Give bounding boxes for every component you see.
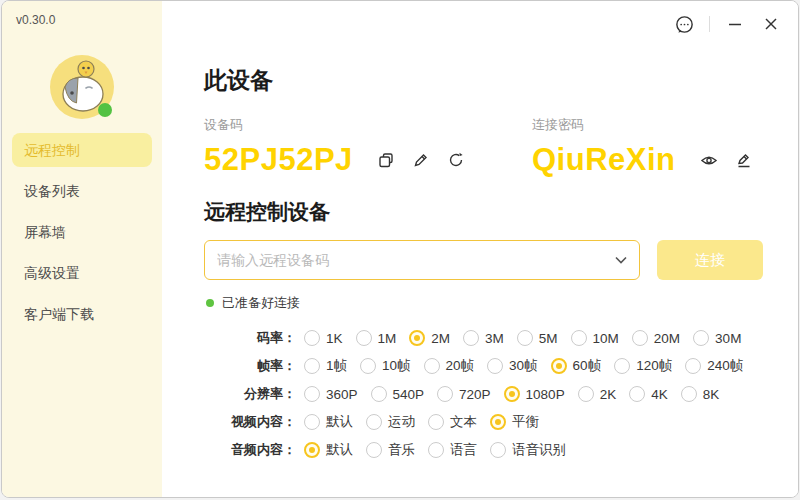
radio-option[interactable]: 60帧 [551, 357, 602, 375]
sidebar-item-2[interactable]: 屏幕墙 [12, 215, 152, 249]
device-code-block: 设备码 52PJ52PJ [204, 116, 532, 178]
radio-option[interactable]: 1K [304, 330, 343, 346]
eye-icon[interactable] [700, 151, 718, 169]
radio-selected-icon[interactable] [409, 330, 425, 346]
radio-option[interactable]: 1080P [504, 386, 565, 402]
connect-button[interactable]: 连接 [657, 240, 763, 280]
feedback-icon[interactable] [673, 13, 695, 35]
edit-icon[interactable] [412, 151, 430, 169]
radio-icon[interactable] [428, 414, 444, 430]
radio-option[interactable]: 2M [409, 330, 450, 346]
radio-icon[interactable] [685, 358, 701, 374]
avatar[interactable] [50, 55, 114, 119]
radio-icon[interactable] [614, 358, 630, 374]
radio-icon[interactable] [366, 414, 382, 430]
sidebar-item-3[interactable]: 高级设置 [12, 256, 152, 290]
radio-option[interactable]: 2K [578, 386, 617, 402]
radio-selected-icon[interactable] [304, 442, 320, 458]
radio-option-label: 音乐 [388, 441, 415, 459]
radio-option-label: 720P [459, 387, 491, 402]
radio-icon[interactable] [629, 386, 645, 402]
radio-icon[interactable] [371, 386, 387, 402]
radio-option[interactable]: 10M [571, 330, 619, 346]
radio-option[interactable]: 1M [356, 330, 397, 346]
close-button[interactable] [760, 13, 782, 35]
radio-icon[interactable] [356, 330, 372, 346]
refresh-icon[interactable] [447, 151, 465, 169]
radio-icon[interactable] [490, 442, 506, 458]
radio-icon[interactable] [304, 414, 320, 430]
radio-selected-icon[interactable] [490, 414, 506, 430]
radio-option[interactable]: 240帧 [685, 357, 743, 375]
radio-icon[interactable] [360, 358, 376, 374]
radio-option[interactable]: 4K [629, 386, 668, 402]
radio-icon[interactable] [517, 330, 533, 346]
radio-option[interactable]: 语音识别 [490, 441, 566, 459]
radio-icon[interactable] [424, 358, 440, 374]
radio-option[interactable]: 语言 [428, 441, 477, 459]
radio-option-label: 10帧 [382, 357, 411, 375]
radio-icon[interactable] [487, 358, 503, 374]
remote-control-title: 远程控制设备 [204, 198, 798, 226]
minimize-button[interactable] [724, 13, 746, 35]
radio-option-label: 60帧 [573, 357, 602, 375]
radio-option[interactable]: 音乐 [366, 441, 415, 459]
connection-status: 已准备好连接 [206, 294, 798, 312]
radio-option[interactable]: 360P [304, 386, 358, 402]
radio-option[interactable]: 20M [632, 330, 680, 346]
settings-row-label: 分辨率： [204, 385, 296, 403]
radio-option[interactable]: 3M [463, 330, 504, 346]
radio-option[interactable]: 平衡 [490, 413, 539, 431]
radio-selected-icon[interactable] [551, 358, 567, 374]
stream-settings: 码率：1K1M2M3M5M10M20M30M帧率：1帧10帧20帧30帧60帧1… [204, 324, 798, 464]
ready-status-dot [206, 299, 214, 307]
radio-option-label: 1M [378, 331, 397, 346]
sidebar-item-0[interactable]: 远程控制 [12, 133, 152, 167]
password-value: QiuReXin [532, 142, 676, 178]
radio-option[interactable]: 20帧 [424, 357, 475, 375]
remote-device-code-input[interactable] [204, 240, 640, 280]
radio-option[interactable]: 720P [437, 386, 491, 402]
radio-option[interactable]: 1帧 [304, 357, 347, 375]
settings-row-label: 码率： [204, 329, 296, 347]
radio-option[interactable]: 默认 [304, 413, 353, 431]
radio-option-label: 2K [600, 387, 617, 402]
sidebar-item-1[interactable]: 设备列表 [12, 174, 152, 208]
settings-row-1: 帧率：1帧10帧20帧30帧60帧120帧240帧 [204, 352, 798, 380]
radio-option[interactable]: 默认 [304, 441, 353, 459]
radio-option[interactable]: 文本 [428, 413, 477, 431]
radio-icon[interactable] [693, 330, 709, 346]
radio-selected-icon[interactable] [504, 386, 520, 402]
radio-icon[interactable] [571, 330, 587, 346]
radio-icon[interactable] [681, 386, 697, 402]
radio-icon[interactable] [366, 442, 382, 458]
sidebar: v0.30.0 远程控制设备列表屏幕墙高级设置客户端下载 [2, 1, 162, 497]
radio-icon[interactable] [578, 386, 594, 402]
radio-icon[interactable] [463, 330, 479, 346]
radio-option[interactable]: 10帧 [360, 357, 411, 375]
radio-option[interactable]: 30M [693, 330, 741, 346]
settings-row-2: 分辨率：360P540P720P1080P2K4K8K [204, 380, 798, 408]
copy-icon[interactable] [377, 151, 395, 169]
radio-option[interactable]: 5M [517, 330, 558, 346]
radio-option-label: 语音识别 [512, 441, 566, 459]
radio-icon[interactable] [304, 386, 320, 402]
app-window: v0.30.0 远程控制设备列表屏幕墙高级设置客户端下载 [1, 0, 799, 498]
radio-option[interactable]: 8K [681, 386, 720, 402]
radio-option[interactable]: 运动 [366, 413, 415, 431]
settings-row-label: 视频内容： [204, 413, 296, 431]
radio-icon[interactable] [632, 330, 648, 346]
window-controls [673, 13, 782, 35]
radio-icon[interactable] [304, 330, 320, 346]
edit-icon[interactable] [735, 151, 753, 169]
sidebar-item-4[interactable]: 客户端下载 [12, 297, 152, 331]
radio-icon[interactable] [428, 442, 444, 458]
radio-icon[interactable] [304, 358, 320, 374]
settings-row-3: 视频内容：默认运动文本平衡 [204, 408, 798, 436]
radio-option[interactable]: 540P [371, 386, 425, 402]
radio-option[interactable]: 30帧 [487, 357, 538, 375]
radio-option-label: 30帧 [509, 357, 538, 375]
radio-option[interactable]: 120帧 [614, 357, 672, 375]
radio-option-label: 运动 [388, 413, 415, 431]
radio-icon[interactable] [437, 386, 453, 402]
